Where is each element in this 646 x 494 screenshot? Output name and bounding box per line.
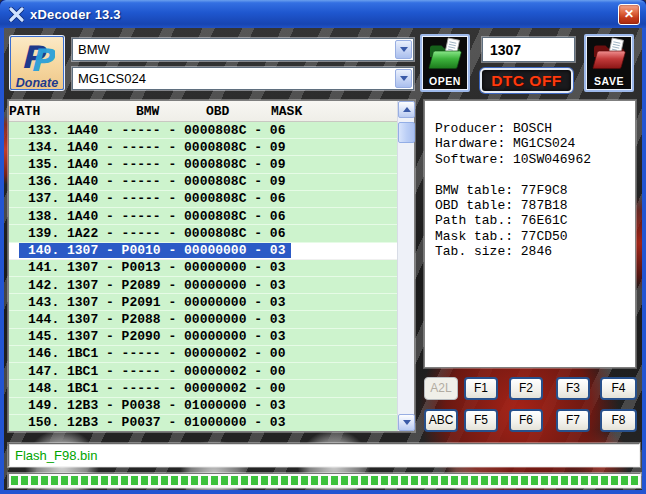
dtc-row-text: 144. 1307 - P2088 - 00000000 - 03 — [19, 312, 291, 327]
column-header: PATH — [9, 104, 40, 119]
dtc-list-row[interactable]: 136. 1A40 - ----- - 0000808C - 09 — [9, 174, 397, 191]
column-header: MASK — [271, 104, 302, 119]
function-key-button[interactable]: F6 — [509, 409, 543, 432]
function-key-button[interactable]: F2 — [509, 377, 543, 400]
open-button[interactable]: OPEN — [420, 34, 470, 92]
scroll-down-button[interactable] — [398, 414, 415, 431]
dtc-row-text: 143. 1307 - P2091 - 00000000 - 03 — [19, 295, 291, 310]
brand-combobox-dropdown-button[interactable] — [395, 40, 412, 59]
red-folder-icon — [590, 36, 628, 77]
function-key-button[interactable]: F1 — [464, 377, 498, 400]
dtc-list-row[interactable]: 144. 1307 - P2088 - 00000000 - 03 — [9, 311, 397, 328]
ecu-combobox[interactable]: MG1CS024 — [72, 67, 414, 90]
info-line: Producer: BOSCH — [435, 121, 635, 136]
info-line: Path tab.: 76E61C — [435, 213, 635, 228]
function-key-button[interactable]: ABC — [424, 409, 458, 432]
info-line: Mask tab.: 77CD50 — [435, 229, 635, 244]
function-keys-row-2: F5F6F7F8ABC — [424, 409, 642, 432]
dtc-list-row[interactable]: 145. 1307 - P2090 - 00000000 - 03 — [9, 329, 397, 346]
info-line: BMW table: 77F9C8 — [435, 183, 635, 198]
app-logo-icon — [9, 7, 24, 22]
dtc-list: BMWOBDMASKPATH 133. 1A40 - ----- - 00008… — [8, 100, 415, 432]
dtc-row-text: 149. 12B3 - P0038 - 01000000 - 03 — [19, 398, 291, 413]
svg-text:P: P — [30, 42, 55, 76]
ecu-info-panel: Producer: BOSCHHardware: MG1CS024Softwar… — [424, 100, 636, 368]
progress-bar — [8, 473, 641, 488]
dtc-row-text: 145. 1307 - P2090 - 00000000 - 03 — [19, 329, 291, 344]
dtc-list-row[interactable]: 141. 1307 - P0013 - 00000000 - 03 — [9, 260, 397, 277]
dtc-row-text: 142. 1307 - P2089 - 00000000 - 03 — [19, 278, 291, 293]
info-line: Hardware: MG1CS024 — [435, 136, 635, 151]
dtc-list-row[interactable]: 138. 1A40 - ----- - 0000808C - 06 — [9, 208, 397, 225]
paypal-icon: P P — [19, 37, 55, 80]
dtc-list-rows: 133. 1A40 - ----- - 0000808C - 06 134. 1… — [9, 122, 397, 431]
dtc-list-row[interactable]: 143. 1307 - P2091 - 00000000 - 03 — [9, 294, 397, 311]
dtc-list-row[interactable]: 149. 12B3 - P0038 - 01000000 - 03 — [9, 398, 397, 415]
dtc-list-row[interactable]: 146. 1BC1 - ----- - 00000002 - 00 — [9, 346, 397, 363]
green-folder-icon — [426, 36, 464, 77]
dtc-row-text: 146. 1BC1 - ----- - 00000002 - 00 — [19, 346, 291, 361]
save-button[interactable]: SAVE — [584, 34, 634, 92]
arrow-down-icon — [403, 420, 411, 425]
dtc-list-row[interactable]: 148. 1BC1 - ----- - 00000002 - 00 — [9, 380, 397, 397]
function-keys-row-1: F1F2F3F4A2L — [424, 377, 642, 400]
function-key-button[interactable]: F8 — [600, 409, 637, 432]
dtc-row-text: 136. 1A40 - ----- - 0000808C - 09 — [19, 174, 291, 189]
dtc-list-row[interactable]: 137. 1A40 - ----- - 0000808C - 06 — [9, 191, 397, 208]
function-key-button[interactable]: A2L — [424, 377, 458, 400]
dtc-row-text: 141. 1307 - P0013 - 00000000 - 03 — [19, 260, 291, 275]
column-header: OBD — [206, 104, 229, 119]
dtc-off-button[interactable]: DTC OFF — [480, 68, 573, 93]
ecu-combobox-dropdown-button[interactable] — [395, 69, 412, 88]
donate-label: Donate — [16, 76, 58, 90]
chevron-down-icon — [400, 47, 408, 52]
window-title: xDecoder 13.3 — [30, 7, 121, 22]
dtc-row-text: 140. 1307 - P0010 - 00000000 - 03 — [19, 243, 291, 258]
dtc-list-row[interactable]: 134. 1A40 - ----- - 0000808C - 09 — [9, 139, 397, 156]
close-icon: ✕ — [624, 7, 634, 21]
dtc-off-label: DTC OFF — [491, 72, 562, 90]
scroll-up-button[interactable] — [398, 101, 415, 118]
dtc-row-text: 135. 1A40 - ----- - 0000808C - 09 — [19, 157, 291, 172]
progress-bar-fill — [11, 476, 638, 485]
function-key-button[interactable]: F7 — [556, 409, 590, 432]
donate-button[interactable]: P P Donate — [10, 36, 64, 90]
ecu-combobox-value: MG1CS024 — [73, 71, 395, 86]
chevron-down-icon — [400, 76, 408, 81]
info-line: Software: 10SW046962 — [435, 152, 635, 167]
brand-combobox-value: BMW — [73, 42, 395, 57]
dtc-list-row[interactable]: 139. 1A22 - ----- - 0000808C - 06 — [9, 225, 397, 242]
client-area: P P Donate BMW MG1CS024 — [4, 28, 642, 490]
dtc-list-row[interactable]: 135. 1A40 - ----- - 0000808C - 09 — [9, 156, 397, 173]
app-window: xDecoder 13.3 ✕ P P Donate BMW MG1CS024 — [0, 0, 646, 494]
dtc-list-row[interactable]: 147. 1BC1 - ----- - 00000002 - 00 — [9, 363, 397, 380]
dtc-list-row[interactable]: 140. 1307 - P0010 - 00000000 - 03 — [9, 243, 397, 260]
column-header: BMW — [136, 104, 159, 119]
dtc-row-text: 133. 1A40 - ----- - 0000808C - 06 — [19, 123, 291, 138]
function-key-button[interactable]: F3 — [556, 377, 590, 400]
dtc-list-row[interactable]: 150. 12B3 - P0037 - 01000000 - 03 — [9, 415, 397, 431]
function-key-button[interactable]: F5 — [464, 409, 498, 432]
dtc-row-text: 139. 1A22 - ----- - 0000808C - 06 — [19, 226, 291, 241]
info-line: Tab. size: 2846 — [435, 244, 635, 259]
loaded-file-field[interactable]: Flash_F98.bin — [8, 443, 640, 467]
dtc-code-input[interactable] — [482, 37, 575, 62]
save-button-label: SAVE — [594, 75, 624, 87]
scrollbar-thumb[interactable] — [398, 122, 415, 143]
list-scrollbar[interactable] — [397, 101, 414, 431]
dtc-row-text: 148. 1BC1 - ----- - 00000002 - 00 — [19, 381, 291, 396]
open-button-label: OPEN — [429, 75, 461, 87]
brand-combobox[interactable]: BMW — [72, 38, 414, 61]
info-line: OBD table: 787B18 — [435, 198, 635, 213]
dtc-list-header: BMWOBDMASKPATH — [9, 101, 397, 122]
loaded-filename: Flash_F98.bin — [15, 448, 97, 463]
dtc-row-text: 134. 1A40 - ----- - 0000808C - 09 — [19, 140, 291, 155]
close-button[interactable]: ✕ — [618, 4, 640, 25]
dtc-list-row[interactable]: 142. 1307 - P2089 - 00000000 - 03 — [9, 277, 397, 294]
dtc-list-row[interactable]: 133. 1A40 - ----- - 0000808C - 06 — [9, 122, 397, 139]
function-key-button[interactable]: F4 — [600, 377, 637, 400]
arrow-up-icon — [403, 107, 411, 112]
dtc-row-text: 137. 1A40 - ----- - 0000808C - 06 — [19, 191, 291, 206]
dtc-row-text: 150. 12B3 - P0037 - 01000000 - 03 — [19, 415, 291, 430]
title-bar: xDecoder 13.3 ✕ — [0, 0, 646, 28]
